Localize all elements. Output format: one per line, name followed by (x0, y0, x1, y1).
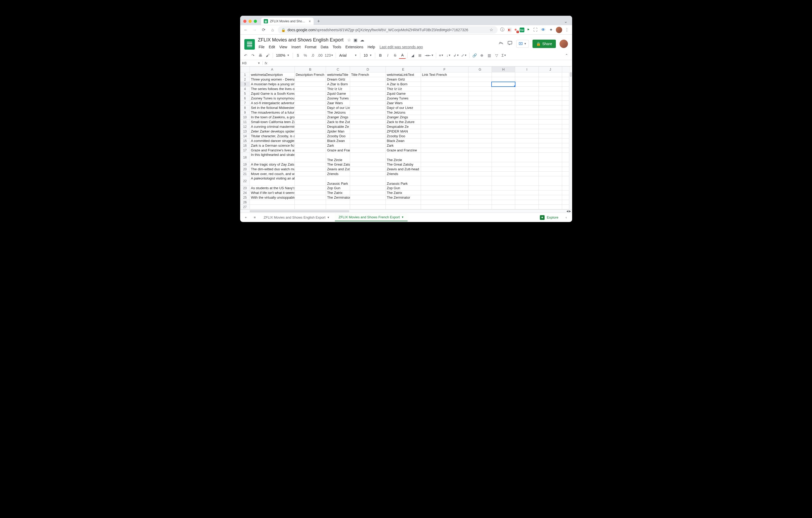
cell[interactable] (350, 91, 385, 96)
cell[interactable] (515, 101, 539, 106)
cell[interactable]: Zcooby Doo (326, 134, 350, 139)
profile-avatar[interactable] (556, 27, 562, 33)
cell[interactable] (294, 115, 326, 120)
vertical-scrollbar[interactable] (569, 72, 572, 209)
row-header[interactable]: 26 (240, 200, 250, 205)
row-header[interactable]: 27 (240, 205, 250, 209)
cell[interactable] (468, 167, 492, 172)
menu-edit[interactable]: Edit (267, 44, 277, 50)
cell[interactable] (294, 101, 326, 106)
cell[interactable] (492, 77, 515, 82)
cell[interactable] (294, 106, 326, 110)
close-tab-icon[interactable]: × (309, 19, 311, 23)
h-align-button[interactable]: ≡▼ (438, 52, 444, 59)
menu-tools[interactable]: Tools (331, 44, 343, 50)
row-header[interactable]: 7 (240, 101, 250, 106)
row-header[interactable]: 21 (240, 172, 250, 176)
cell[interactable]: Zeavis and Zutt- (326, 167, 350, 172)
cell[interactable] (515, 153, 539, 162)
cell[interactable]: Zranger Zings (326, 115, 350, 120)
cell[interactable]: Zop Gun (326, 186, 350, 191)
cell[interactable] (515, 124, 539, 129)
extension-flag-icon[interactable]: ⚑ (526, 28, 531, 32)
text-color-button[interactable]: A (399, 52, 406, 59)
cell[interactable] (539, 172, 562, 176)
redo-button[interactable]: ↷ (250, 52, 256, 59)
comments-icon[interactable] (507, 40, 513, 47)
col-header-j[interactable]: J (539, 67, 562, 73)
present-button[interactable]: ▼ (516, 40, 529, 48)
col-header-d[interactable]: D (350, 67, 385, 73)
extension-icon[interactable]: ◧ (507, 28, 512, 32)
scroll-right-icon[interactable]: ▶ (569, 210, 571, 212)
cell[interactable] (515, 82, 539, 87)
cell[interactable] (492, 176, 515, 186)
print-button[interactable]: 🖶 (257, 52, 264, 59)
cell[interactable] (350, 124, 385, 129)
font-select[interactable]: Arial▼ (338, 53, 358, 57)
row-header[interactable]: 22 (240, 176, 250, 186)
cell[interactable]: The misadventures of a futuristi (250, 110, 295, 115)
cloud-status-icon[interactable]: ☁ (360, 37, 364, 42)
cell[interactable] (350, 77, 385, 82)
menu-format[interactable]: Format (303, 44, 318, 50)
cell[interactable] (421, 139, 468, 143)
cell[interactable] (294, 82, 326, 87)
currency-button[interactable]: $ (294, 52, 301, 59)
menu-help[interactable]: Help (366, 44, 377, 50)
cell[interactable] (492, 73, 515, 77)
cell[interactable] (492, 124, 515, 129)
cell[interactable] (515, 191, 539, 195)
sheet-tab-french[interactable]: ZFLIX Movies and Shows French Export▼ (335, 213, 408, 222)
collapse-toolbar-icon[interactable]: ⌃ (563, 52, 570, 59)
row-header[interactable]: 13 (240, 129, 250, 134)
cell[interactable] (492, 139, 515, 143)
cell[interactable] (492, 106, 515, 110)
increase-decimal-button[interactable]: .00 (317, 52, 323, 59)
cell[interactable]: Zriends (385, 172, 421, 176)
cell[interactable] (350, 205, 385, 209)
menu-data[interactable]: Data (319, 44, 330, 50)
cell[interactable] (350, 195, 385, 200)
cell[interactable] (515, 195, 539, 200)
tab-overflow-icon[interactable]: ⌄ (561, 19, 570, 24)
cell[interactable]: web/metaDescription (250, 73, 295, 77)
row-header[interactable]: 16 (240, 143, 250, 148)
cell[interactable] (421, 134, 468, 139)
cell[interactable] (294, 195, 326, 200)
share-button[interactable]: 🔒 Share (532, 39, 556, 48)
cell[interactable] (515, 167, 539, 172)
cell[interactable] (492, 200, 515, 205)
cell[interactable]: The Zatrix (326, 191, 350, 195)
info-extension-icon[interactable]: ⓘ (499, 27, 505, 33)
cell[interactable]: With the virtually unstoppable Z (250, 195, 295, 200)
row-header[interactable]: 2 (240, 77, 250, 82)
merge-button[interactable]: ⇥⇤▼ (424, 52, 434, 59)
cell[interactable] (492, 129, 515, 134)
cell[interactable] (492, 153, 515, 162)
cell[interactable] (515, 134, 539, 139)
cell[interactable]: Link Text French (421, 73, 468, 77)
cell[interactable] (539, 148, 562, 153)
menu-extensions[interactable]: Extensions (344, 44, 365, 50)
sheet-tab-english[interactable]: ZFLIX Movies and Shows English Export▼ (260, 213, 333, 222)
row-header[interactable]: 20 (240, 167, 250, 172)
all-sheets-button[interactable]: ≡ (251, 214, 259, 221)
extension-bw-icon[interactable]: bw (520, 28, 524, 32)
cell[interactable] (468, 191, 492, 195)
row-header[interactable]: 19 (240, 162, 250, 167)
cell[interactable] (350, 96, 385, 101)
chart-button[interactable]: ▥ (486, 52, 493, 59)
maximize-window-button[interactable] (254, 20, 257, 23)
cell[interactable] (468, 139, 492, 143)
cell[interactable] (539, 167, 562, 172)
comment-button[interactable]: ⊕ (478, 52, 485, 59)
filter-button[interactable]: ▽ (493, 52, 500, 59)
cell[interactable] (515, 73, 539, 77)
add-sheet-button[interactable]: + (242, 214, 250, 221)
cell[interactable] (539, 139, 562, 143)
cell[interactable] (294, 186, 326, 191)
cell[interactable] (492, 101, 515, 106)
row-header[interactable]: 23 (240, 186, 250, 191)
cell[interactable] (294, 139, 326, 143)
